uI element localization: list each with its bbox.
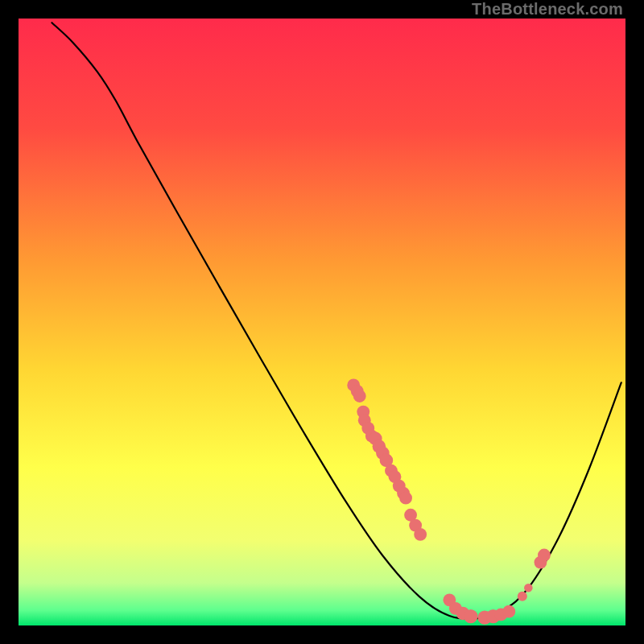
data-marker (464, 609, 477, 623)
gradient-background (19, 19, 625, 625)
data-marker (399, 492, 412, 505)
data-marker (538, 549, 551, 562)
data-marker (502, 605, 515, 618)
data-marker (353, 390, 366, 402)
data-marker (414, 528, 427, 541)
watermark-label: TheBottleneck.com (472, 0, 623, 19)
data-marker (524, 584, 533, 592)
bottleneck-chart (19, 19, 625, 625)
chart-frame (19, 19, 625, 625)
data-marker (518, 592, 527, 601)
